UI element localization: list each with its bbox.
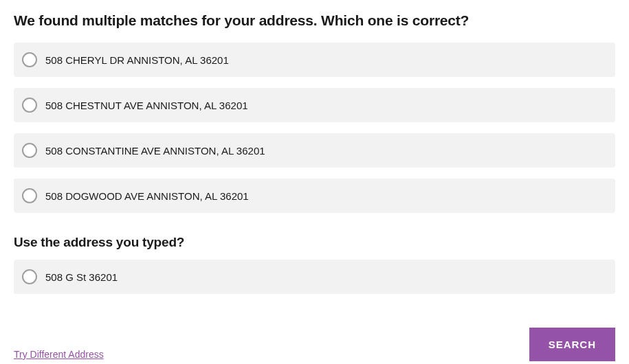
radio-icon [22, 269, 37, 284]
address-option[interactable]: 508 CHERYL DR ANNISTON, AL 36201 [14, 43, 615, 77]
address-option-label: 508 DOGWOOD AVE ANNISTON, AL 36201 [45, 190, 249, 202]
typed-address-heading: Use the address you typed? [14, 235, 615, 250]
radio-icon [22, 188, 37, 203]
try-different-address-link[interactable]: Try Different Address [14, 349, 104, 361]
radio-icon [22, 52, 37, 67]
footer: Try Different Address SEARCH [14, 328, 615, 364]
address-option[interactable]: 508 CONSTANTINE AVE ANNISTON, AL 36201 [14, 133, 615, 168]
address-option[interactable]: 508 DOGWOOD AVE ANNISTON, AL 36201 [14, 179, 615, 213]
search-button[interactable]: SEARCH [529, 328, 615, 361]
address-option-label: 508 CHESTNUT AVE ANNISTON, AL 36201 [45, 100, 248, 111]
typed-address-option[interactable]: 508 G St 36201 [14, 260, 615, 294]
radio-icon [22, 143, 37, 158]
typed-address-label: 508 G St 36201 [45, 271, 118, 283]
address-option-label: 508 CONSTANTINE AVE ANNISTON, AL 36201 [45, 145, 265, 157]
address-option[interactable]: 508 CHESTNUT AVE ANNISTON, AL 36201 [14, 88, 615, 122]
typed-address-list: 508 G St 36201 [14, 260, 615, 294]
address-option-label: 508 CHERYL DR ANNISTON, AL 36201 [45, 54, 229, 66]
page-title: We found multiple matches for your addre… [14, 12, 615, 29]
address-options-list: 508 CHERYL DR ANNISTON, AL 36201 508 CHE… [14, 43, 615, 213]
radio-icon [22, 98, 37, 113]
